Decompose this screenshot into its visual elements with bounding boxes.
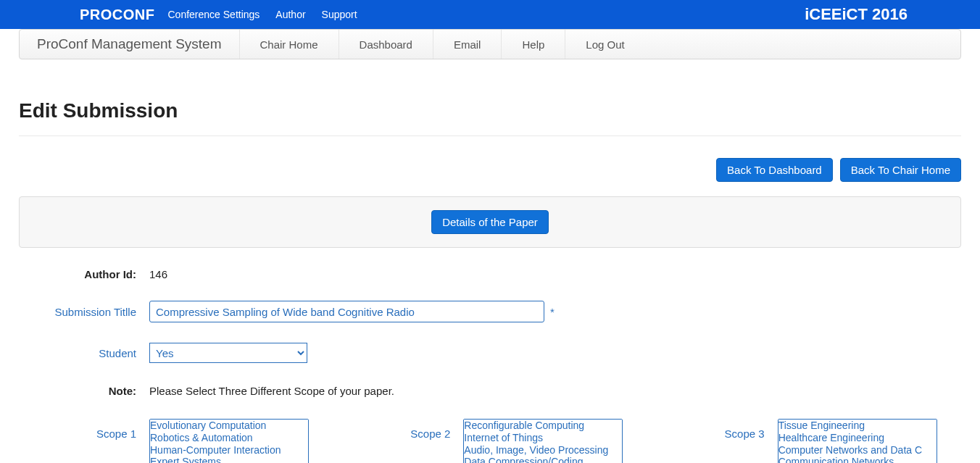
scope-3-label: Scope 3 <box>647 419 778 463</box>
scope-grid: Scope 1 Evolutionary ComputationRobotics… <box>19 419 961 463</box>
top-nav-links: Conference Settings Author Support <box>168 9 357 20</box>
scope-2-label: Scope 2 <box>333 419 463 463</box>
page-title: Edit Submission <box>19 99 961 122</box>
system-title: ProConf Management System <box>20 36 239 52</box>
scope-3-select[interactable]: Tissue EngineeringHealthcare Engineering… <box>778 419 937 463</box>
note-value: Please Select Three Different Scope of y… <box>149 385 394 397</box>
author-id-value: 146 <box>149 268 167 280</box>
scope-1-select[interactable]: Evolutionary ComputationRobotics & Autom… <box>149 419 309 463</box>
submission-title-row: Submission Titlle * <box>19 301 961 322</box>
back-to-chair-home-button[interactable]: Back To Chair Home <box>840 158 961 182</box>
student-select[interactable]: YesNo <box>149 343 307 363</box>
nav-dashboard[interactable]: Dashboard <box>339 30 433 59</box>
nav-logout[interactable]: Log Out <box>565 30 644 59</box>
topnav-conference-settings[interactable]: Conference Settings <box>168 9 260 20</box>
nav-chair-home[interactable]: Chair Home <box>239 30 339 59</box>
topnav-author[interactable]: Author <box>275 9 305 20</box>
student-label: Student <box>19 347 149 359</box>
nav-email[interactable]: Email <box>433 30 502 59</box>
note-row: Note: Please Select Three Different Scop… <box>19 385 961 397</box>
divider <box>19 135 961 136</box>
top-navbar: PROCONF Conference Settings Author Suppo… <box>0 0 980 29</box>
action-buttons-row: Back To Dashboard Back To Chair Home <box>19 158 961 182</box>
nav-help[interactable]: Help <box>501 30 565 59</box>
scope-2-col: Scope 2 Reconfigurable ComputingInternet… <box>333 419 647 463</box>
back-to-dashboard-button[interactable]: Back To Dashboard <box>716 158 833 182</box>
required-indicator: * <box>550 306 555 318</box>
details-of-paper-button[interactable]: Details of the Paper <box>431 210 549 234</box>
scope-3-col: Scope 3 Tissue EngineeringHealthcare Eng… <box>647 419 961 463</box>
conference-name: iCEEiCT 2016 <box>805 5 908 24</box>
panel-heading: Details of the Paper <box>19 196 961 248</box>
scope-1-label: Scope 1 <box>19 419 149 463</box>
submission-title-input[interactable] <box>149 301 544 322</box>
note-label: Note: <box>19 385 149 397</box>
author-id-row: Author Id: 146 <box>19 268 961 280</box>
brand-logo[interactable]: PROCONF <box>80 7 155 23</box>
scope-1-col: Scope 1 Evolutionary ComputationRobotics… <box>19 419 333 463</box>
topnav-support[interactable]: Support <box>322 9 357 20</box>
scope-2-select[interactable]: Reconfigurable ComputingInternet of Thin… <box>463 419 623 463</box>
student-row: Student YesNo <box>19 343 961 363</box>
submission-title-label: Submission Titlle <box>19 306 149 318</box>
author-id-label: Author Id: <box>19 268 149 280</box>
secondary-navbar: ProConf Management System Chair Home Das… <box>19 29 961 59</box>
